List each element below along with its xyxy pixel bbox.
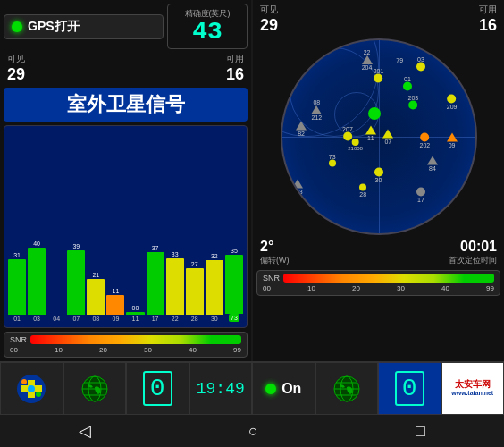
bar-28 <box>186 268 204 315</box>
available-section: 可用 16 <box>226 53 244 84</box>
sat-22: 22 204 <box>362 49 373 71</box>
sat-201: 201 <box>374 67 384 82</box>
gps-label: GPS打开 <box>28 19 80 35</box>
available-count: 16 <box>226 65 244 84</box>
sat-209: 209 <box>447 95 458 110</box>
sat-21008: 21008 <box>348 139 363 151</box>
bar-item: 35 73 <box>225 248 243 322</box>
bottom-left-buttons: 0 19:49 <box>0 362 252 415</box>
bar-item: 33 22 <box>166 251 184 322</box>
back-button[interactable]: ◁ <box>79 421 91 441</box>
svg-point-5 <box>36 392 41 397</box>
coord-row: 2° 偏转(W) 00:01 首次定位时间 <box>256 239 500 266</box>
sat-213: 213 <box>292 180 303 195</box>
left-panel: GPS打开 精确度(英尺) 43 可见 29 可用 16 室外卫星信号 <box>0 0 251 361</box>
home-button[interactable]: ○ <box>248 422 258 441</box>
bearing-item: 2° 偏转(W) <box>260 239 290 266</box>
sat-84: 84 <box>427 156 438 172</box>
bearing-label: 偏转(W) <box>260 255 290 266</box>
visible-label: 可见 <box>7 53 25 65</box>
globe-icon-right <box>332 375 361 403</box>
digit-zero-left: 0 <box>143 371 172 406</box>
available-label: 可用 <box>226 53 244 65</box>
snr-label-left: SNR <box>10 335 27 344</box>
on-text: On <box>281 381 301 397</box>
sat-03: 03 <box>416 55 425 71</box>
bar-item: 27 28 <box>186 261 204 322</box>
bar-08 <box>87 279 105 315</box>
logo-box: 太安车网 www.taian.net <box>448 377 497 399</box>
on-indicator-btn[interactable]: On <box>252 362 315 415</box>
bar-item: 11 09 <box>106 288 124 322</box>
sat-73: 73 <box>329 153 336 166</box>
digit-zero-right: 0 <box>395 371 424 406</box>
on-dot <box>265 384 276 394</box>
snr-numbers-right: 00 10 20 30 40 99 <box>263 284 494 292</box>
time-display: 19:49 <box>197 380 245 398</box>
right-available-count: 16 <box>479 16 497 35</box>
time-label: 首次定位时间 <box>449 255 497 266</box>
logo-line1: 太安车网 <box>451 379 493 390</box>
bar-item: 21 08 <box>87 272 105 322</box>
sat-82: 82 <box>296 122 307 137</box>
nav-bar: ◁ ○ □ <box>0 415 504 447</box>
snr-bar-left: SNR 00 10 20 30 40 99 <box>4 332 248 358</box>
bar-item: 31 01 <box>8 252 26 322</box>
bar-item: 39 07 <box>67 243 85 322</box>
bar-04 <box>47 313 65 315</box>
bottom-right-buttons: On 0 太安车网 www.taian.net <box>252 362 504 415</box>
main-container: GPS打开 精确度(英尺) 43 可见 29 可用 16 室外卫星信号 <box>0 0 504 361</box>
globe-icon-left <box>80 375 109 403</box>
menu-button[interactable]: □ <box>416 422 425 441</box>
bar-item: 40 03 <box>28 240 46 322</box>
svg-point-3 <box>28 385 35 392</box>
sat-07: 07 <box>382 130 393 145</box>
satellite-icon <box>15 373 47 405</box>
bar-item: 32 30 <box>206 253 223 322</box>
globe-btn-right[interactable] <box>315 362 379 415</box>
time-item: 00:01 首次定位时间 <box>449 239 497 266</box>
snr-numbers-left: 00 10 20 30 40 99 <box>10 346 241 354</box>
sat-28: 28 <box>359 184 366 198</box>
bearing-value: 2° <box>260 239 290 255</box>
on-indicator: On <box>265 381 301 397</box>
visible-available-row: 可见 29 可用 16 <box>4 53 248 84</box>
time-value: 00:01 <box>460 239 497 255</box>
sat-01: 01 <box>403 75 412 90</box>
bar-73 <box>225 255 243 314</box>
right-visible-label: 可见 <box>260 4 278 16</box>
gps-dot <box>12 21 22 32</box>
sat-11: 11 <box>365 125 376 140</box>
gps-status-box: GPS打开 <box>4 14 164 39</box>
sat-center <box>368 107 381 120</box>
sat-30: 30 <box>374 168 383 183</box>
bar-item: 00 11 <box>126 305 144 322</box>
sat-79: 79 <box>396 56 403 63</box>
sat-17: 17 <box>416 187 425 202</box>
bar-11 <box>126 312 144 315</box>
bar-09 <box>106 295 124 315</box>
satellite-btn[interactable] <box>0 362 63 415</box>
bar-chart-area: 31 01 40 03 04 39 <box>4 125 248 328</box>
bottom-bar: 0 19:49 On 0 <box>0 361 504 415</box>
bar-22 <box>166 258 184 315</box>
svg-point-4 <box>21 379 27 384</box>
globe-btn-left[interactable] <box>63 362 127 415</box>
visible-count: 29 <box>7 65 25 84</box>
bars-container: 31 01 40 03 04 39 <box>8 130 243 324</box>
digit-zero-btn-right[interactable]: 0 <box>378 362 441 415</box>
bar-item: 37 17 <box>147 245 164 322</box>
sat-203: 203 <box>408 95 419 110</box>
sat-09: 09 <box>447 133 458 148</box>
signal-title: 室外卫星信号 <box>4 88 248 122</box>
bar-item: 04 <box>47 312 65 322</box>
accuracy-box: 精确度(英尺) 43 <box>167 4 248 49</box>
sat-08: 08 212 <box>311 99 322 121</box>
visible-section: 可见 29 <box>7 53 25 84</box>
bar-17 <box>147 252 164 315</box>
time-btn[interactable]: 19:49 <box>189 362 253 415</box>
digit-zero-btn-left[interactable]: 0 <box>126 362 189 415</box>
logo-line2: www.taian.net <box>451 390 493 397</box>
right-visible-section: 可见 29 <box>260 4 278 35</box>
logo-btn[interactable]: 太安车网 www.taian.net <box>441 362 505 415</box>
